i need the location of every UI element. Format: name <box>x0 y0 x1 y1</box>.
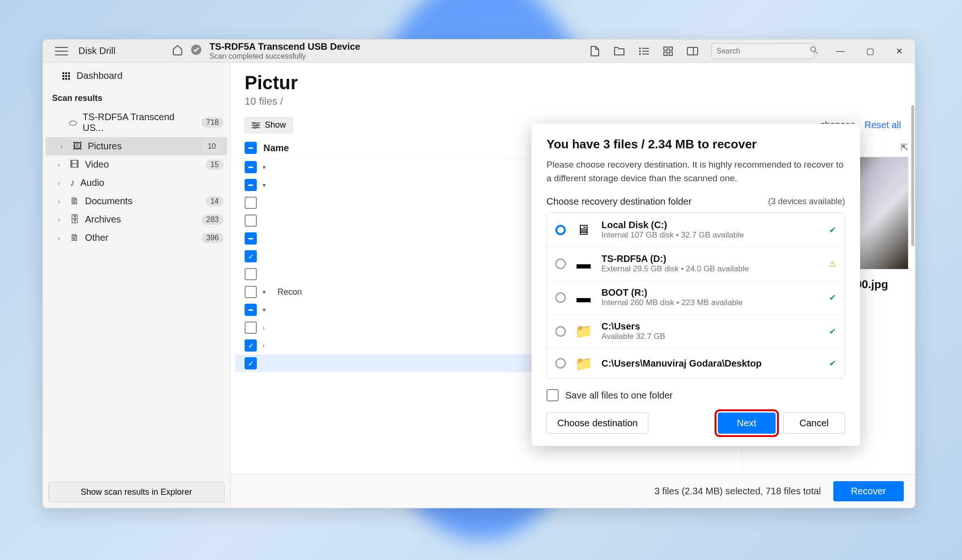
svg-rect-7 <box>664 47 667 50</box>
row-checkbox[interactable] <box>245 179 257 191</box>
dashboard-icon <box>62 72 70 80</box>
sidebar-item-video[interactable]: › 🎞 Video 15 <box>43 155 230 174</box>
row-checkbox[interactable] <box>245 197 257 209</box>
maximize-button[interactable]: ▢ <box>862 44 878 58</box>
destination-radio[interactable] <box>555 292 566 303</box>
row-chevron-icon[interactable]: ▾ <box>262 181 272 189</box>
sidebar-item-count: 396 <box>201 233 223 243</box>
file-icon[interactable] <box>589 46 600 57</box>
svg-point-19 <box>256 124 258 126</box>
ext-icon: ▬ <box>574 289 593 306</box>
disk-icon: 🖥 <box>574 222 593 238</box>
app-window: Disk Drill TS-RDF5A Transcend USB Device… <box>42 39 916 508</box>
svg-rect-4 <box>642 51 649 52</box>
row-checkbox[interactable] <box>245 304 257 316</box>
search-box[interactable] <box>711 43 815 59</box>
device-title: TS-RDF5A Transcend USB Device <box>209 41 361 52</box>
disk-icon: ⬭ <box>69 117 77 128</box>
destination-radio[interactable] <box>555 358 566 368</box>
destination-label: Choose recovery destination folder <box>546 196 692 207</box>
destination-name: Local Disk (C:) <box>601 220 821 230</box>
reset-all-link[interactable]: Reset all <box>864 120 901 130</box>
row-chevron-icon[interactable]: › <box>262 342 272 349</box>
destination-option[interactable]: 📁 C:\Users\Manuviraj Godara\Desktop ✔ <box>547 348 845 378</box>
recover-button[interactable]: Recover <box>833 481 904 501</box>
row-checkbox[interactable] <box>245 268 257 280</box>
hamburger-icon[interactable] <box>55 47 68 55</box>
grid-view-icon[interactable] <box>662 46 674 57</box>
save-one-label: Save all files to one folder <box>565 390 673 401</box>
sidebar-item-label: Other <box>85 232 108 243</box>
row-checkbox[interactable] <box>245 161 257 173</box>
sidebar-item-archives[interactable]: › 🗄 Archives 283 <box>43 210 230 229</box>
sidebar-item-label: Audio <box>80 177 104 188</box>
destination-option[interactable]: ▬ BOOT (R:) Internal 260 MB disk • 223 M… <box>547 281 845 315</box>
section-label: Scan results <box>43 89 230 108</box>
dashboard-link[interactable]: Dashboard <box>43 63 230 89</box>
list-view-icon[interactable] <box>638 46 649 57</box>
popout-icon[interactable]: ⇱ <box>900 142 908 153</box>
next-button[interactable]: Next <box>718 413 776 434</box>
row-chevron-icon[interactable]: ▾ <box>262 288 272 296</box>
destination-option[interactable]: 🖥 Local Disk (C:) Internal 107 GB disk •… <box>547 213 845 247</box>
choose-destination-button[interactable]: Choose destination <box>546 413 648 434</box>
search-icon[interactable] <box>810 46 818 56</box>
row-checkbox[interactable] <box>245 322 257 334</box>
svg-point-5 <box>639 53 641 55</box>
svg-point-1 <box>639 47 641 49</box>
audio-icon: ♪ <box>70 177 75 188</box>
destination-option[interactable]: 📁 C:\Users Available 32.7 GB ✔ <box>547 315 845 348</box>
status-ok-icon: ✔ <box>829 358 836 368</box>
dialog-title: You have 3 files / 2.34 MB to recover <box>546 137 845 152</box>
folder-icon: 📁 <box>574 323 593 340</box>
row-checkbox[interactable] <box>245 286 257 298</box>
row-chevron-icon[interactable]: ▾ <box>262 306 272 314</box>
other-icon: 🗎 <box>70 232 79 243</box>
svg-point-18 <box>253 122 255 124</box>
destination-option[interactable]: ▬ TS-RDF5A (D:) External 29.5 GB disk • … <box>547 247 845 281</box>
sidebar-device[interactable]: ⬭ TS-RDF5A Transcend US... 718 <box>43 108 230 137</box>
topbar: Disk Drill TS-RDF5A Transcend USB Device… <box>43 39 915 63</box>
row-chevron-icon[interactable]: ▾ <box>262 163 272 171</box>
chevron-right-icon: › <box>58 179 64 187</box>
chevron-right-icon: › <box>58 234 64 242</box>
destination-radio[interactable] <box>555 326 566 337</box>
show-filter-button[interactable]: Show <box>245 117 293 133</box>
destination-detail: Internal 260 MB disk • 223 MB available <box>601 298 821 307</box>
svg-rect-9 <box>664 52 667 55</box>
row-checkbox[interactable]: ✓ <box>245 250 257 262</box>
sidebar-item-other[interactable]: › 🗎 Other 396 <box>43 229 230 247</box>
home-icon[interactable] <box>172 44 183 58</box>
row-chevron-icon[interactable]: › <box>262 324 272 331</box>
panel-toggle-icon[interactable] <box>687 46 698 57</box>
sidebar-item-pictures[interactable]: › 🖼 Pictures 10 <box>46 137 227 155</box>
row-checkbox[interactable] <box>245 215 257 227</box>
show-in-explorer-button[interactable]: Show scan results in Explorer <box>48 482 224 502</box>
sidebar-item-audio[interactable]: › ♪ Audio <box>43 174 230 192</box>
close-button[interactable]: ✕ <box>892 44 907 58</box>
minimize-button[interactable]: — <box>832 44 848 58</box>
folder-icon: 📁 <box>574 355 593 372</box>
row-checkbox[interactable] <box>245 232 257 245</box>
cancel-button[interactable]: Cancel <box>783 413 845 434</box>
svg-point-20 <box>254 127 256 129</box>
sidebar-item-documents[interactable]: › 🗎 Documents 14 <box>43 192 230 210</box>
row-checkbox[interactable]: ✓ <box>245 339 257 352</box>
app-title: Disk Drill <box>78 46 115 56</box>
folder-icon[interactable] <box>614 46 625 57</box>
destination-radio[interactable] <box>555 225 566 235</box>
sidebar-item-count: 10 <box>203 141 221 152</box>
save-one-checkbox[interactable] <box>546 389 559 401</box>
dashboard-label: Dashboard <box>77 70 123 81</box>
pictures-icon: 🖼 <box>73 141 82 152</box>
row-checkbox[interactable]: ✓ <box>245 357 257 369</box>
destination-radio[interactable] <box>555 259 566 269</box>
save-to-one-folder-option[interactable]: Save all files to one folder <box>546 389 845 401</box>
sidebar-item-label: Archives <box>85 214 121 225</box>
sidebar-item-label: Video <box>85 159 109 170</box>
svg-rect-10 <box>669 52 672 55</box>
destination-detail: Internal 107 GB disk • 32.7 GB available <box>601 230 821 240</box>
select-all-checkbox[interactable] <box>245 142 257 154</box>
search-input[interactable] <box>716 47 810 55</box>
sidebar-item-count: 283 <box>201 215 223 225</box>
